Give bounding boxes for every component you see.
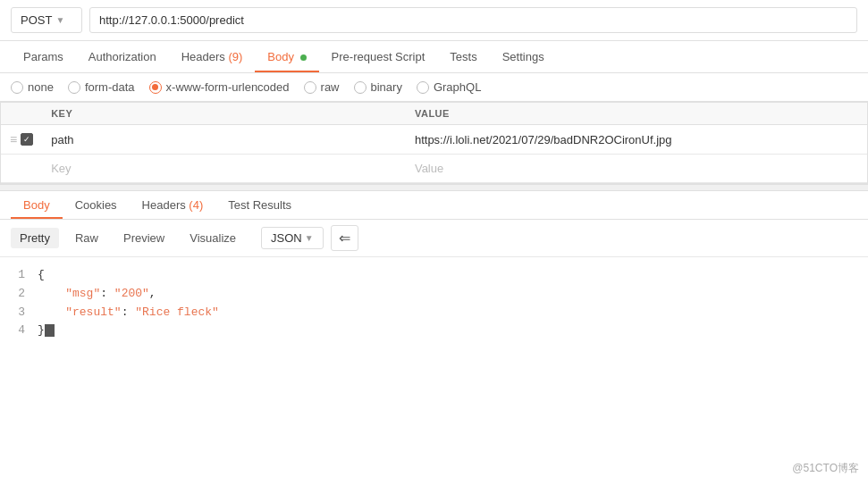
params-table: KEY VALUE ≡ path https://i.loli.net/2021…: [1, 103, 867, 183]
code-line-4: 4 }: [11, 322, 857, 340]
body-active-dot: [300, 54, 307, 61]
section-divider: [0, 184, 868, 191]
method-select[interactable]: POST ▼: [11, 7, 82, 33]
code-area: 1 { 2 "msg": "200", 3 "result": "Rice fl…: [0, 257, 868, 349]
col-actions: [1, 103, 42, 125]
radio-none[interactable]: none: [11, 80, 54, 94]
radio-form-data[interactable]: form-data: [68, 80, 135, 94]
drag-icon[interactable]: ≡: [10, 132, 17, 146]
tab-prerequest[interactable]: Pre-request Script: [319, 41, 438, 72]
fmt-tab-raw[interactable]: Raw: [66, 228, 107, 248]
tab-settings[interactable]: Settings: [490, 41, 557, 72]
radio-circle-binary: [354, 81, 367, 94]
method-chevron-icon: ▼: [55, 15, 64, 25]
radio-circle-urlencoded: [149, 81, 162, 94]
row-value-cell[interactable]: https://i.loli.net/2021/07/29/badDNR2OCi…: [406, 125, 867, 155]
code-line-2: 2 "msg": "200",: [11, 285, 857, 304]
fmt-tab-visualize[interactable]: Visualize: [181, 228, 245, 248]
radio-raw[interactable]: raw: [304, 80, 340, 94]
col-key-header: KEY: [42, 103, 406, 125]
row-checkbox[interactable]: [21, 133, 33, 146]
resp-tab-body[interactable]: Body: [11, 191, 63, 219]
radio-urlencoded[interactable]: x-www-form-urlencoded: [149, 80, 290, 94]
method-label: POST: [21, 13, 52, 27]
table-row: ≡ path https://i.loli.net/2021/07/29/bad…: [1, 125, 867, 155]
tab-params[interactable]: Params: [11, 41, 76, 72]
radio-graphql[interactable]: GraphQL: [417, 80, 481, 94]
resp-tab-headers[interactable]: Headers (4): [130, 191, 216, 219]
url-bar: POST ▼: [0, 0, 868, 41]
wrap-button[interactable]: ⇐: [331, 225, 358, 251]
row-empty-key[interactable]: Key: [42, 155, 406, 183]
row-key-cell[interactable]: path: [42, 125, 406, 155]
body-type-row: none form-data x-www-form-urlencoded raw…: [0, 73, 868, 102]
resp-tab-test-results[interactable]: Test Results: [215, 191, 304, 219]
response-tabs-row: Body Cookies Headers (4) Test Results: [0, 191, 868, 220]
radio-circle-form-data: [68, 81, 80, 94]
request-tabs-row: Params Authorization Headers (9) Body Pr…: [0, 41, 868, 73]
code-line-1: 1 {: [11, 266, 857, 285]
row-checkbox-group: ≡: [10, 132, 33, 146]
fmt-tab-pretty[interactable]: Pretty: [11, 228, 59, 248]
fmt-tab-preview[interactable]: Preview: [114, 228, 173, 248]
table-row-empty: Key Value: [1, 155, 867, 183]
resp-tab-cookies[interactable]: Cookies: [63, 191, 130, 219]
radio-circle-graphql: [417, 81, 429, 94]
url-input[interactable]: [89, 7, 857, 33]
response-format-row: Pretty Raw Preview Visualize JSON ▼ ⇐: [0, 220, 868, 257]
col-value-header: VALUE: [406, 103, 867, 125]
tab-authorization[interactable]: Authorization: [76, 41, 169, 72]
radio-binary[interactable]: binary: [354, 80, 402, 94]
tab-body[interactable]: Body: [255, 41, 318, 72]
cursor: [45, 324, 55, 337]
row-actions-cell: ≡: [1, 125, 42, 155]
radio-circle-raw: [304, 81, 316, 94]
json-select-chevron-icon: ▼: [305, 233, 314, 243]
tab-headers[interactable]: Headers (9): [169, 41, 256, 72]
params-table-wrapper: KEY VALUE ≡ path https://i.loli.net/2021…: [0, 102, 868, 184]
tab-tests[interactable]: Tests: [437, 41, 489, 72]
radio-circle-none: [11, 81, 23, 94]
json-format-select[interactable]: JSON ▼: [261, 227, 324, 249]
row-empty-actions: [1, 155, 42, 183]
code-line-3: 3 "result": "Rice fleck": [11, 304, 857, 322]
row-empty-value[interactable]: Value: [406, 155, 867, 183]
